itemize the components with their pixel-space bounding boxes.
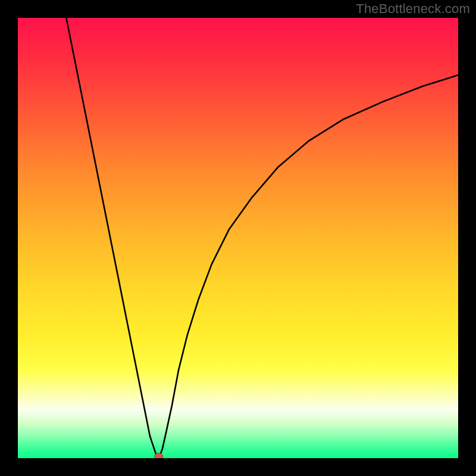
plot-area	[18, 18, 458, 458]
chart-canvas: TheBottleneck.com	[0, 0, 476, 476]
watermark-text: TheBottleneck.com	[356, 1, 470, 17]
optimal-point-marker	[155, 453, 163, 459]
gradient-background	[18, 18, 458, 458]
chart-svg	[18, 18, 458, 458]
